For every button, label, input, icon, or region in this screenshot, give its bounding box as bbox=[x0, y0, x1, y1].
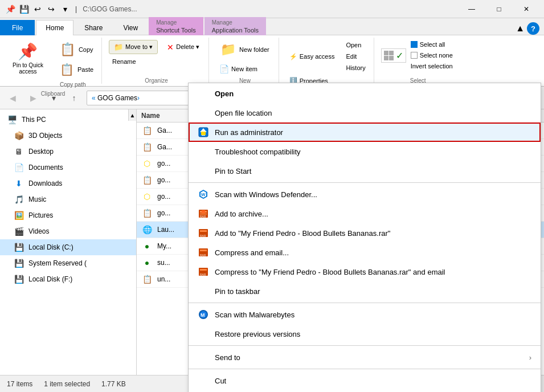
ctx-compress-named-email[interactable]: RAR Compress to "My Friend Pedro - Blood… bbox=[189, 262, 541, 281]
new-item-icon: 📄 bbox=[219, 64, 229, 74]
sidebar-item-sysreserved[interactable]: 💾 System Reserved ( bbox=[0, 255, 136, 271]
ribbon-group-new: 📁 New folder 📄 New item New bbox=[211, 38, 279, 84]
file-name: go... bbox=[157, 176, 170, 184]
file-icon: 📋 bbox=[141, 141, 153, 153]
pin-icon[interactable]: 📌 bbox=[5, 3, 16, 15]
tab-manage-app[interactable]: Manage Application Tools bbox=[204, 17, 266, 35]
paste-button[interactable]: 📋 Paste bbox=[56, 60, 97, 79]
easy-access-label: Easy access bbox=[300, 53, 335, 60]
ctx-pin-start[interactable]: Pin to Start bbox=[189, 161, 541, 181]
file-name: My... bbox=[157, 242, 171, 250]
rename-button[interactable]: Rename bbox=[109, 56, 140, 67]
selectall-check-icon bbox=[411, 41, 418, 48]
sidebar-item-desktop[interactable]: 🖥 Desktop bbox=[0, 144, 136, 160]
ctx-add-named-archive[interactable]: RAR Add to "My Friend Pedro - Blood Bull… bbox=[189, 223, 541, 243]
ctx-compress-icon: RAR bbox=[198, 247, 209, 258]
tab-home[interactable]: Home bbox=[36, 20, 73, 35]
ctx-scan-defender[interactable]: W Scan with Windows Defender... bbox=[189, 185, 541, 204]
help-button[interactable]: ? bbox=[527, 22, 539, 35]
customize-icon[interactable]: ▾ bbox=[59, 3, 71, 15]
ribbon-collapse-icon[interactable]: ▲ bbox=[516, 23, 525, 34]
select-none-label: Select none bbox=[420, 52, 453, 59]
open-button[interactable]: Open bbox=[342, 40, 369, 50]
maximize-button[interactable]: □ bbox=[486, 0, 512, 18]
sidebar-item-3dobjects[interactable]: 📦 3D Objects bbox=[0, 128, 136, 144]
ctx-malwarebytes[interactable]: M Scan with Malwarebytes bbox=[189, 305, 541, 324]
new-item-label: New item bbox=[231, 66, 257, 72]
copy-button[interactable]: 📋 Copy bbox=[56, 40, 97, 59]
invert-selection-button[interactable]: Invert selection bbox=[408, 62, 455, 71]
file-size: 1.77 KB bbox=[101, 380, 126, 388]
sidebar-item-localdisk-c[interactable]: 💾 Local Disk (C:) bbox=[0, 239, 136, 255]
title-bar: 📌 💾 ↩ ↪ ▾ | C:\GOG Games... — □ ✕ bbox=[0, 0, 544, 18]
ctx-location-icon bbox=[198, 107, 209, 119]
ctx-compress-named-label: Compress to "My Friend Pedro - Blood Bul… bbox=[215, 268, 531, 276]
invert-label: Invert selection bbox=[411, 63, 453, 70]
copypath-label: Copy path bbox=[60, 81, 86, 88]
ctx-open-label: Open bbox=[215, 89, 531, 98]
sidebar-item-videos[interactable]: 🎬 Videos bbox=[0, 223, 136, 239]
move-to-button[interactable]: 📁 Move to ▾ bbox=[109, 40, 158, 54]
sidebar-item-documents[interactable]: 📄 Documents bbox=[0, 160, 136, 175]
tab-view[interactable]: View bbox=[113, 20, 148, 35]
ctx-pinstart-icon bbox=[198, 165, 209, 177]
select-all-button[interactable]: Select all bbox=[408, 40, 455, 49]
ctx-cut[interactable]: Cut bbox=[189, 371, 541, 390]
ctx-cut-label: Cut bbox=[215, 377, 531, 385]
ctx-named-archive-icon: RAR bbox=[198, 227, 209, 239]
select-none-button[interactable]: Select none bbox=[408, 51, 455, 60]
pin-to-quick-access-button[interactable]: 📌 Pin to Quickaccess bbox=[9, 40, 47, 77]
ctx-separator-2 bbox=[189, 303, 541, 303]
file-name: go... bbox=[157, 209, 170, 217]
file-name: go... bbox=[157, 160, 170, 168]
ctx-add-archive[interactable]: RAR Add to archive... bbox=[189, 204, 541, 223]
ctx-restore-versions[interactable]: Restore previous versions bbox=[189, 324, 541, 344]
tab-share[interactable]: Share bbox=[75, 20, 112, 35]
close-button[interactable]: ✕ bbox=[513, 0, 539, 18]
file-icon: 📋 bbox=[141, 174, 153, 186]
recent-locations-button[interactable]: ▾ bbox=[46, 90, 62, 106]
copy-path-button[interactable]: Copy path bbox=[56, 80, 97, 89]
sysreserved-icon: 💾 bbox=[14, 258, 24, 268]
ctx-pin-taskbar[interactable]: Pin to taskbar bbox=[189, 281, 541, 301]
redo-icon[interactable]: ↪ bbox=[46, 3, 57, 15]
name-column-header: Name bbox=[141, 112, 160, 120]
history-button[interactable]: History bbox=[342, 63, 369, 73]
new-item-button[interactable]: 📄 New item bbox=[216, 63, 261, 75]
sidebar-item-pictures[interactable]: 🖼️ Pictures bbox=[0, 207, 136, 223]
sidebar-item-music[interactable]: 🎵 Music bbox=[0, 191, 136, 207]
delete-button[interactable]: ✕ Delete ▾ bbox=[162, 40, 204, 54]
ctx-sendto-arrow: › bbox=[529, 353, 531, 362]
svg-rect-17 bbox=[200, 250, 207, 251]
forward-button[interactable]: ▶ bbox=[25, 90, 41, 106]
breadcrumb-chevron[interactable]: › bbox=[137, 94, 140, 102]
minimize-button[interactable]: — bbox=[459, 0, 485, 18]
sysreserved-label: System Reserved ( bbox=[28, 259, 87, 267]
ctx-open-icon bbox=[198, 88, 209, 99]
new-folder-button[interactable]: 📁 New folder bbox=[216, 40, 274, 59]
ctx-troubleshoot[interactable]: Troubleshoot compatibility bbox=[189, 142, 541, 161]
sidebar-item-thispc[interactable]: 🖥️ This PC bbox=[0, 112, 136, 128]
sidebar-item-downloads[interactable]: ⬇ Downloads bbox=[0, 175, 136, 191]
ctx-taskbar-label: Pin to taskbar bbox=[215, 287, 531, 296]
easy-access-button[interactable]: ⚡Easy access bbox=[286, 51, 338, 62]
scroll-up-button[interactable]: ▲ bbox=[128, 109, 136, 121]
edit-button[interactable]: Edit bbox=[342, 51, 369, 62]
pictures-label: Pictures bbox=[28, 211, 53, 219]
ctx-open-file-location[interactable]: Open file location bbox=[189, 103, 541, 122]
ctx-run-as-admin[interactable]: Run as administrator bbox=[189, 122, 541, 142]
thispc-label: This PC bbox=[22, 116, 46, 124]
save-icon[interactable]: 💾 bbox=[18, 3, 30, 15]
ctx-pinstart-label: Pin to Start bbox=[215, 167, 531, 175]
sidebar-item-localdisk-f[interactable]: 💾 Local Disk (F:) bbox=[0, 271, 136, 287]
ctx-compress-email[interactable]: RAR Compress and email... bbox=[189, 243, 541, 262]
up-button[interactable]: ↑ bbox=[66, 90, 82, 106]
ctx-send-to[interactable]: Send to › bbox=[189, 348, 541, 367]
tab-manage-shortcut[interactable]: Manage Shortcut Tools bbox=[149, 17, 203, 35]
tab-file[interactable]: File bbox=[0, 20, 35, 35]
undo-icon[interactable]: ↩ bbox=[32, 3, 43, 15]
breadcrumb-arrows[interactable]: « bbox=[92, 94, 96, 102]
back-button[interactable]: ◀ bbox=[5, 90, 21, 106]
ctx-taskbar-icon bbox=[198, 285, 209, 297]
ctx-open[interactable]: Open bbox=[189, 83, 541, 103]
